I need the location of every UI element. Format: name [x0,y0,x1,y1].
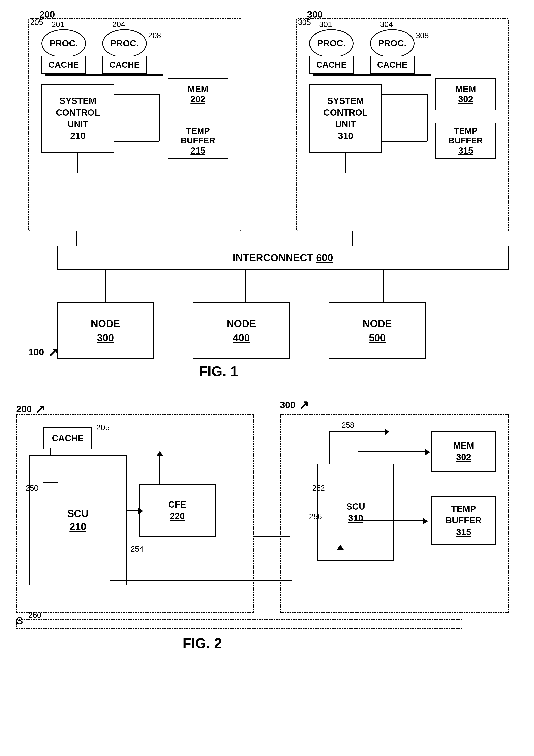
mem-302: MEM 302 [435,78,496,110]
proc-301-group: PROC. CACHE 301 305 [309,29,354,74]
fig2-line-scu-mem [358,451,427,452]
cache-201: CACHE [41,56,86,74]
conn-scu-tbuf-200 [114,141,159,142]
fig2-scu-210: SCU 210 [29,455,127,585]
conn-scu-tbuf-300 [382,141,427,142]
scu-210: SYSTEMCONTROLUNIT 210 [41,84,114,153]
proc-201-group: PROC. CACHE 201 205 [41,29,86,74]
tbuf-215: TEMPBUFFER 215 [167,122,228,159]
fig2-arrow-258 [385,429,390,435]
ref-204: 204 [112,20,125,29]
scu-310: SYSTEMCONTROLUNIT 310 [309,84,382,153]
proc-201-cloud: PROC. [41,29,86,58]
fig2-arrow-scu-tbuf [423,518,428,525]
fig2-line-cache-scu2 [43,482,58,483]
fig2-ref-254: 254 [131,545,143,554]
fig2-ref-260: 260 [28,611,41,620]
node-300-bottom: NODE 300 [57,302,154,359]
cache-304: CACHE [370,56,415,74]
conn-intercon-n500 [383,270,384,302]
node-400-bottom: NODE 400 [193,302,290,359]
fig2-arrow-cfe-up [157,451,163,456]
bus-line-200 [45,74,163,76]
page: 200 PROC. CACHE 201 205 PROC. CACHE 204 … [0,0,534,756]
conn-right-v-200 [159,94,160,141]
fig2-ref-256: 256 [309,512,322,521]
node-200-box: 200 PROC. CACHE 201 205 PROC. CACHE 204 … [28,18,242,231]
conn-intercon-n300 [106,270,106,302]
conn-scu-mem-200 [114,94,159,95]
fig2-line-258-v [329,431,330,464]
scu-310-num: 310 [338,130,353,142]
proc-204-group: PROC. CACHE 204 208 [102,29,147,74]
fig2-ref-258: 258 [342,421,354,430]
fig2-line-scu-cfe [127,510,139,511]
fig2-node-200-box: CACHE 205 SCU 210 250 CFE 220 254 [16,414,254,613]
fig2-node-300-box: 258 SCU 310 MEM 302 TEMPBUFFER 315 252 2… [280,414,509,613]
fig2-line-252 [254,536,290,537]
fig2-scu-310: SCU 310 [317,464,394,561]
fig2-mem-302: MEM 302 [431,431,496,472]
conn-scu-down-200 [77,153,78,173]
fig2-dashed-260 [16,619,462,629]
fig2-line-scu-tbuf [358,520,425,521]
ref-304: 304 [380,20,393,29]
fig2-cache: CACHE [43,427,92,449]
fig2-arrow-256-up [337,545,343,550]
fig2-ref-260-s: S [16,615,23,627]
fig2-line-cfe-up [159,455,160,484]
conn-scu-mem-300 [382,94,427,95]
fig2-area: 200↗ 300↗ CACHE 205 SCU 210 250 CFE [0,396,534,741]
conn-right-v-300 [427,94,427,141]
conn-200-intercon [76,231,77,246]
ref-301: 301 [319,20,332,29]
fig2-tbuf-315: TEMPBUFFER 315 [431,496,496,545]
proc-304-group: PROC. CACHE 304 308 [370,29,415,74]
conn-scu-down-300 [345,153,346,173]
node-300-box: 300 PROC. CACHE 301 305 PROC. CACHE 304 … [296,18,509,231]
cache-301: CACHE [309,56,354,74]
fig1-label: FIG. 1 [199,363,238,380]
cache-204: CACHE [102,56,147,74]
fig2-ref-300: 300↗ [280,398,309,412]
fig2-arrow-scu-mem [425,449,430,455]
ref-208: 208 [148,31,161,40]
conn-cache-up [50,448,51,456]
fig2-arrow-scu-cfe [138,508,143,514]
fig2-ref-252: 252 [312,484,325,493]
tbuf-315: TEMPBUFFER 315 [435,122,496,159]
proc-301-cloud: PROC. [309,29,354,58]
ref-308: 308 [416,31,429,40]
node-500-bottom: NODE 500 [329,302,426,359]
interconnect-bar: INTERCONNECT 600 [57,246,509,270]
node-100-label: 100 ↗ [28,345,58,359]
bus-line-300 [313,74,431,76]
proc-304-cloud: PROC. [370,29,415,58]
fig2-cfe-220: CFE 220 [139,484,216,537]
fig2-ref-250: 250 [26,484,38,493]
conn-300-intercon [352,231,353,246]
scu-210-num: 210 [70,130,86,142]
ref-305: 305 [298,18,311,27]
ref-205: 205 [30,18,43,27]
conn-intercon-n400 [245,270,246,302]
ref-201: 201 [52,20,64,29]
fig2-line-256-h [110,580,292,581]
fig2-label: FIG. 2 [183,635,222,652]
fig2-ref-205: 205 [96,423,110,432]
fig2-line-258-h [329,431,386,432]
fig2-line-cache-scu1 [43,470,58,471]
proc-204-cloud: PROC. [102,29,147,58]
mem-202: MEM 202 [167,78,228,110]
fig1-area: 200 PROC. CACHE 201 205 PROC. CACHE 204 … [16,12,518,377]
